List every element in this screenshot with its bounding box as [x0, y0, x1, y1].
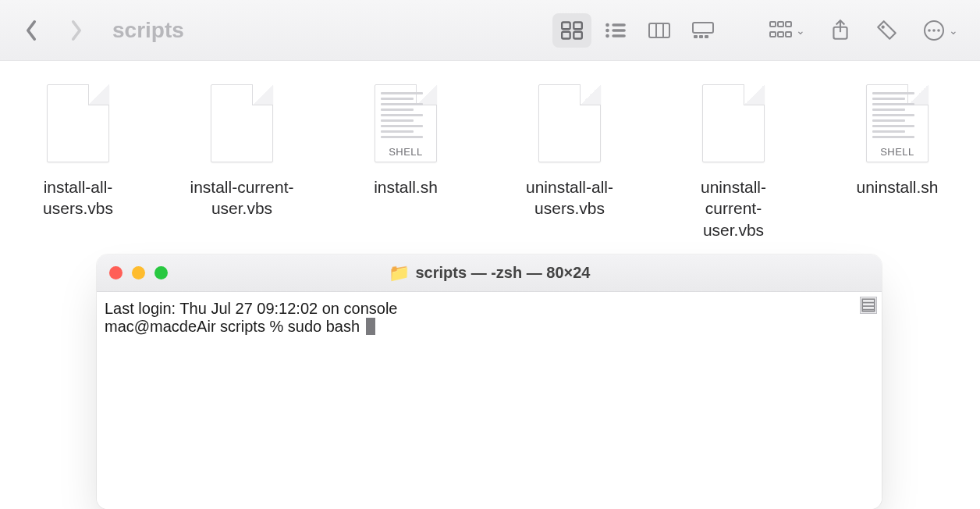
terminal-titlebar[interactable]: 📁 scripts — -zsh — 80×24 [97, 255, 882, 292]
file-name: uninstall-all-users.vbs [515, 176, 624, 219]
svg-rect-16 [705, 35, 708, 38]
svg-rect-13 [693, 23, 713, 33]
svg-point-8 [605, 34, 609, 37]
view-list-button[interactable] [596, 13, 635, 48]
svg-rect-18 [778, 22, 783, 27]
more-icon [922, 19, 946, 42]
file-name: install-all-users.vbs [23, 176, 133, 219]
svg-rect-20 [770, 32, 776, 37]
svg-point-6 [605, 28, 609, 32]
window-title: scripts [112, 18, 184, 43]
svg-rect-14 [694, 35, 698, 38]
file-name: uninstall.sh [856, 176, 938, 198]
cursor [366, 318, 375, 335]
shell-badge: SHELL [375, 146, 437, 158]
svg-rect-9 [612, 34, 626, 37]
svg-rect-17 [770, 22, 776, 27]
window-close-button[interactable] [109, 266, 123, 279]
svg-point-4 [605, 23, 609, 27]
share-button[interactable] [829, 19, 852, 42]
svg-rect-21 [778, 32, 783, 37]
view-gallery-button[interactable] [684, 13, 723, 48]
file-name: install.sh [374, 176, 438, 198]
group-icon [769, 19, 793, 42]
file-name: install-current-user.vbs [187, 176, 296, 219]
svg-rect-22 [786, 32, 791, 37]
file-item[interactable]: SHELLinstall.sh [351, 84, 460, 240]
terminal-body[interactable]: Last login: Thu Jul 27 09:12:02 on conso… [97, 292, 882, 509]
chevron-down-icon: ⌄ [796, 24, 805, 37]
tags-button[interactable] [875, 19, 899, 42]
svg-rect-3 [573, 31, 582, 38]
file-item[interactable]: install-current-user.vbs [187, 84, 296, 240]
file-icon: SHELL [866, 84, 929, 162]
file-name: uninstall-current-user.vbs [679, 176, 788, 240]
svg-point-25 [882, 25, 885, 28]
file-icon [47, 84, 109, 162]
file-icon [211, 84, 273, 162]
svg-rect-0 [562, 22, 570, 29]
view-columns-button[interactable] [640, 13, 679, 48]
back-button[interactable] [22, 21, 41, 40]
svg-point-28 [932, 29, 936, 32]
file-icon [538, 84, 601, 162]
terminal-window: 📁 scripts — -zsh — 80×24 Last login: Thu… [97, 255, 882, 509]
view-mode-group [552, 13, 723, 48]
window-zoom-button[interactable] [154, 266, 168, 279]
svg-rect-7 [612, 29, 626, 32]
file-item[interactable]: uninstall-all-users.vbs [515, 84, 624, 240]
chevron-down-icon: ⌄ [949, 24, 958, 37]
forward-button[interactable] [67, 21, 86, 40]
terminal-title: scripts — -zsh — 80×24 [416, 264, 591, 282]
svg-point-27 [928, 29, 931, 32]
svg-rect-10 [649, 23, 669, 37]
file-item[interactable]: uninstall-current-user.vbs [679, 84, 788, 240]
file-item[interactable]: install-all-users.vbs [23, 84, 133, 240]
svg-rect-5 [612, 23, 626, 27]
file-icon [702, 84, 765, 162]
file-grid: install-all-users.vbsinstall-current-use… [0, 61, 980, 264]
finder-toolbar: scripts ⌄ ⌄ [0, 0, 980, 61]
window-minimize-button[interactable] [132, 266, 145, 279]
action-menu-button[interactable]: ⌄ [922, 19, 958, 42]
file-item[interactable]: SHELLuninstall.sh [843, 84, 952, 240]
terminal-line: Last login: Thu Jul 27 09:12:02 on conso… [105, 300, 874, 318]
svg-rect-1 [573, 22, 582, 29]
group-by-button[interactable]: ⌄ [769, 19, 805, 42]
view-icons-button[interactable] [552, 13, 591, 48]
terminal-prompt: mac@macdeAir scripts % sudo bash [105, 318, 874, 336]
svg-point-29 [937, 29, 940, 32]
svg-rect-2 [562, 31, 570, 38]
shell-badge: SHELL [866, 146, 929, 158]
folder-icon: 📁 [389, 263, 410, 283]
terminal-alt-screen-icon[interactable] [860, 297, 877, 314]
file-icon: SHELL [375, 84, 437, 162]
svg-rect-19 [786, 22, 791, 27]
svg-rect-15 [699, 35, 703, 38]
